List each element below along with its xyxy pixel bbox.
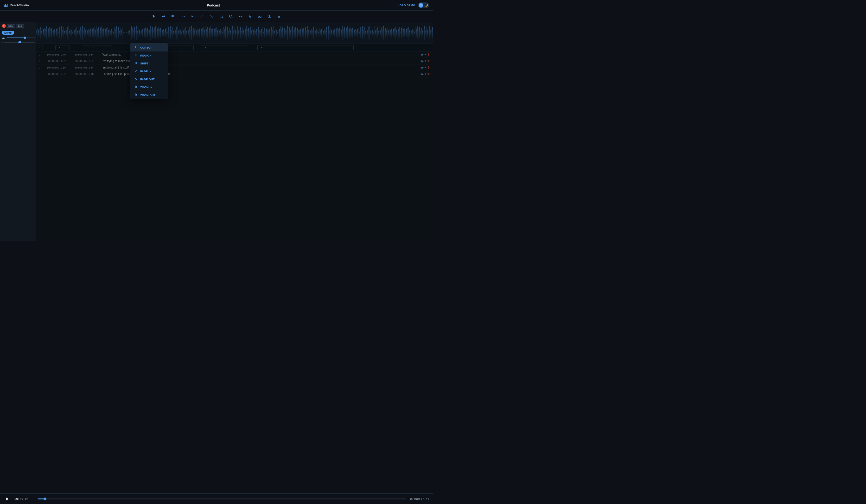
svg-point-568 [136,55,136,56]
zoom-out-icon [229,14,233,18]
fade-in-icon [200,14,204,18]
main-content: × Mute Solo Demo 🔈 🔊 L R [0,22,433,242]
svg-rect-1 [173,15,174,16]
context-menu-zoom-out[interactable]: ZOOM OUT [130,91,168,99]
svg-point-566 [136,54,136,55]
download-tool-button[interactable] [275,12,283,20]
context-menu: CURSOR REGION [130,43,168,99]
svg-text:A: A [258,15,260,18]
load-demo-button[interactable]: LOAD DEMO [398,4,415,7]
fade-out-icon [210,14,214,18]
track-controls: × Mute Solo Demo 🔈 🔊 L R [0,22,36,242]
svg-text:A: A [249,15,251,18]
pan-row: L R [2,41,34,43]
download-icon [277,14,281,18]
upload-tool-button[interactable] [266,12,273,20]
context-menu-zoom-out-label: ZOOM OUT [140,94,156,97]
abc-tool-button[interactable]: ABC [237,12,244,20]
svg-line-9 [232,17,233,18]
grid-icon [171,14,175,18]
shift-tool-button[interactable] [160,12,167,20]
mute-button[interactable]: Mute [7,24,15,27]
context-menu-region[interactable]: REGION [130,52,168,59]
svg-rect-3 [173,16,174,17]
fade-out-menu-icon [134,77,138,81]
svg-line-570 [136,87,137,88]
page-title: Podcast [207,3,220,7]
wave-icon [181,14,185,18]
theme-toggle[interactable]: ☀ 🌙 [418,2,429,8]
context-menu-shift[interactable]: SHIFT [130,59,168,67]
text-a-tool-button[interactable]: A [246,12,254,20]
context-menu-zoom-in[interactable]: ZOOM IN [130,83,168,91]
context-menu-fade-out[interactable]: FADE OUT [130,75,168,83]
zoom-out-tool-button[interactable] [227,12,235,20]
toggle-light: ☀ [419,3,423,8]
volume-row: 🔈 🔊 [2,36,34,40]
solo-button[interactable]: Solo [16,24,24,27]
fade-in-tool-button[interactable] [198,12,206,20]
context-menu-shift-label: SHIFT [140,62,149,65]
svg-point-567 [135,55,135,56]
track-header: × Mute Solo [2,24,34,28]
fade-in-menu-icon [134,69,138,73]
pan-slider[interactable] [4,42,35,43]
cursor-tool-button[interactable] [150,12,158,20]
text-x-tool-button[interactable]: A [256,12,264,20]
cursor-icon [152,14,156,18]
context-menu-cursor-label: CURSOR [140,46,153,49]
volume-down-icon: 🔈 [2,36,5,40]
upload-icon [267,14,271,18]
fade-out-tool-button[interactable] [208,12,215,20]
svg-point-565 [135,54,135,55]
pan-left-label: L [2,41,3,43]
abc-icon: ABC [238,15,243,18]
wave2-icon [190,14,195,18]
context-menu-fade-in-label: FADE IN [140,70,152,73]
volume-slider[interactable] [7,37,37,38]
zoom-out-menu-icon [134,93,138,97]
svg-rect-2 [171,16,173,17]
zoom-in-menu-icon [134,85,138,89]
region-menu-icon [134,54,138,57]
wave2-tool-button[interactable] [189,12,196,20]
logo-area: React-Studio [4,3,29,7]
close-icon: × [3,25,4,27]
toggle-dark: 🌙 [424,3,429,8]
zoom-in-icon [219,14,223,18]
context-menu-fade-in[interactable]: FADE IN [130,67,168,75]
context-menu-cursor[interactable]: CURSOR [130,44,168,52]
wave-tool-button[interactable] [179,12,187,20]
zoom-in-tool-button[interactable] [218,12,225,20]
text-x-icon: A [258,14,262,18]
nav-right: LOAD DEMO ☀ 🌙 [398,2,429,8]
shift-menu-icon [134,61,138,65]
text-a-icon: A [248,14,252,18]
waveform-area: 0 1 2 3 4 5 0 00:00:00.170 00:00:00.634 … [36,22,433,242]
context-menu-zoom-in-label: ZOOM IN [140,86,153,89]
context-menu-region-label: REGION [140,54,152,57]
track-name-badge: Demo [2,30,34,35]
top-nav: React-Studio Podcast LOAD DEMO ☀ 🌙 [0,0,433,11]
shift-icon [162,14,166,18]
cursor-menu-icon [134,46,138,49]
context-menu-backdrop[interactable] [36,22,433,242]
grid-tool-button[interactable] [169,12,177,20]
track-close-button[interactable]: × [2,24,6,28]
context-menu-fade-out-label: FADE OUT [140,78,155,81]
svg-line-574 [136,95,137,96]
app-name: React-Studio [10,3,29,7]
toolbar: ABC A A [0,11,433,22]
svg-rect-0 [171,15,173,16]
logo-icon [4,3,8,7]
svg-line-5 [222,17,223,18]
